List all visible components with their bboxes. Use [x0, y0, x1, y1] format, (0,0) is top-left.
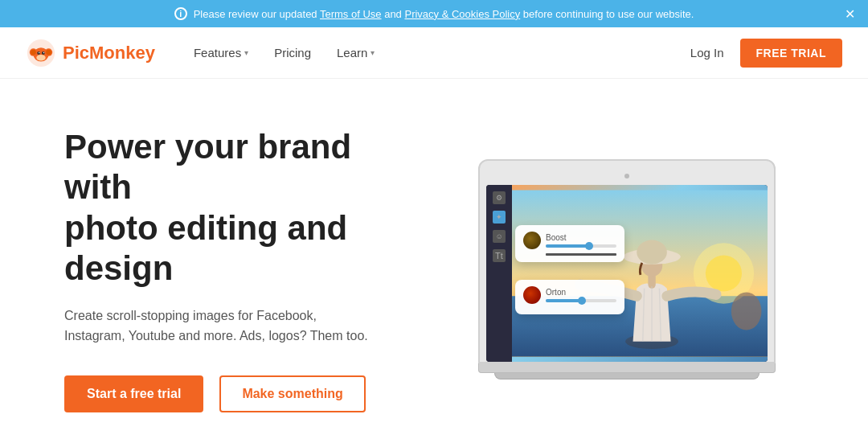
orton-filter-panel: Orton [515, 280, 624, 314]
toolbar-text-icon: Tt [493, 249, 506, 262]
orton-slider-track [546, 299, 616, 302]
boost-label: Boost [546, 233, 616, 242]
toolbar-effects-icon: ✦ [493, 211, 506, 224]
logo-area[interactable]: PicMonkey [26, 38, 155, 68]
learn-chevron-icon: ▾ [371, 48, 375, 57]
boost-bar [546, 253, 616, 256]
nav-actions: Log In FREE TRIAL [690, 39, 842, 68]
boost-slider-track [546, 244, 616, 248]
orton-slider-thumb[interactable] [578, 297, 586, 305]
svg-point-14 [706, 256, 742, 292]
photo-background: Boost [512, 185, 768, 362]
laptop-mockup: ⚙ ✦ ☺ Tt [478, 159, 776, 379]
logo-text: PicMonkey [63, 43, 155, 64]
editing-toolbar: ⚙ ✦ ☺ Tt [486, 185, 512, 362]
nav-features[interactable]: Features ▾ [194, 46, 248, 59]
nav-pricing[interactable]: Pricing [274, 46, 311, 59]
make-something-button[interactable]: Make something [219, 375, 365, 412]
toolbar-portrait-icon: ☺ [493, 230, 506, 243]
camera-dot [624, 174, 629, 178]
logo-icon [26, 38, 56, 68]
laptop-screen: ⚙ ✦ ☺ Tt [486, 185, 768, 362]
privacy-link[interactable]: Privacy & Cookies Policy [404, 8, 520, 20]
photo-canvas: Boost [512, 185, 768, 362]
toolbar-sliders-icon: ⚙ [493, 191, 506, 204]
info-banner: i Please review our updated Terms of Use… [0, 0, 868, 27]
hero-left: Power your brand with photo editing and … [64, 127, 450, 412]
svg-point-20 [637, 240, 667, 265]
svg-point-5 [46, 49, 51, 55]
nav-links: Features ▾ Pricing Learn ▾ [194, 46, 690, 59]
free-trial-button[interactable]: FREE TRIAL [740, 39, 842, 68]
login-button[interactable]: Log In [690, 46, 724, 59]
photo-image [512, 185, 768, 362]
svg-point-15 [731, 293, 762, 330]
hero-subtitle: Create scroll-stopping images for Facebo… [64, 306, 370, 347]
nav-learn[interactable]: Learn ▾ [337, 46, 375, 59]
boost-avatar [523, 232, 541, 249]
svg-point-7 [37, 51, 40, 55]
orton-slider-fill [546, 299, 581, 302]
boost-slider-thumb[interactable] [585, 242, 593, 250]
features-chevron-icon: ▾ [244, 48, 248, 57]
laptop-notch [486, 167, 768, 182]
hero-section: Power your brand with photo editing and … [0, 79, 868, 443]
laptop-screen-outer: ⚙ ✦ ☺ Tt [478, 159, 776, 363]
orton-label: Orton [546, 288, 616, 297]
svg-point-4 [31, 49, 36, 55]
svg-point-9 [39, 51, 39, 52]
svg-point-10 [43, 51, 44, 52]
info-icon: i [174, 7, 187, 20]
terms-link[interactable]: Terms of Use [320, 8, 382, 20]
boost-filter-panel: Boost [515, 225, 624, 262]
hero-buttons: Start a free trial Make something [64, 375, 418, 412]
navbar: PicMonkey Features ▾ Pricing Learn ▾ Log… [0, 27, 868, 79]
banner-text: Please review our updated Terms of Use a… [194, 8, 694, 20]
hero-right: ⚙ ✦ ☺ Tt [450, 159, 804, 379]
start-free-trial-button[interactable]: Start a free trial [64, 375, 203, 412]
svg-point-6 [36, 54, 45, 60]
boost-slider-fill [546, 244, 588, 248]
svg-point-8 [42, 51, 45, 55]
banner-close-button[interactable]: ✕ [845, 6, 855, 22]
laptop-foot [494, 373, 760, 379]
orton-avatar [523, 286, 541, 304]
laptop-base [478, 363, 776, 373]
hero-title: Power your brand with photo editing and … [64, 127, 418, 289]
